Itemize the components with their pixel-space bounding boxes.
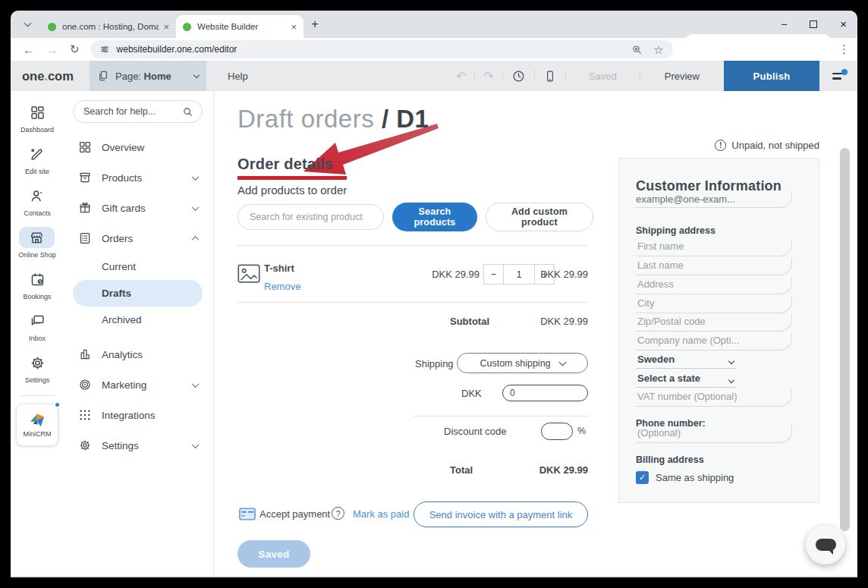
saved-button[interactable]: Saved [237,540,310,568]
credit-card-icon [239,508,256,520]
subtotal-value: DKK 29.99 [237,316,588,327]
remove-product-link[interactable]: Remove [264,281,300,292]
sidebar-item-overview[interactable]: Overview [73,132,203,162]
tab-one-com[interactable]: one.com : Hosting, Domain, Em × [41,15,176,38]
order-status: ! Unpaid, not shipped [618,140,819,151]
search-icon [182,106,193,118]
rail-item-online-shop[interactable]: Online Shop [18,227,56,259]
browser-menu-icon[interactable]: ⋮ [838,42,850,56]
add-custom-product-button[interactable]: Add customproduct [486,203,593,231]
rail-item-dashboard[interactable]: Dashboard [20,102,54,134]
reload-icon[interactable]: ↻ [64,42,86,56]
close-tab-icon[interactable]: × [163,21,169,33]
shop-sidebar: Overview Products Gift cards Orders Curr… [64,91,214,577]
divider [20,395,55,396]
inbox-chat-icon [30,310,46,332]
site-settings-icon [99,44,110,55]
checkbox-checked-icon[interactable]: ✓ [636,471,649,484]
rail-item-contacts[interactable]: Contacts [24,185,51,217]
forward-icon[interactable]: → [40,43,64,56]
customer-email-field[interactable]: example@one-exam... [636,190,792,208]
preview-button[interactable]: Preview [640,61,724,91]
tab-label: one.com : Hosting, Domain, Em [62,22,159,31]
favicon-green [48,23,56,31]
sidebar-item-integrations[interactable]: Integrations [73,400,203,430]
back-icon[interactable]: ← [17,43,40,56]
window-bottom-edge [11,576,857,577]
vat-number-input[interactable] [636,389,792,407]
help-button[interactable]: Help [228,61,248,91]
editor-menu-icon[interactable] [819,61,857,91]
search-products-button[interactable]: Searchproducts [392,203,477,231]
zip-input[interactable] [636,314,792,332]
publish-button[interactable]: Publish [724,61,819,91]
same-as-shipping-row[interactable]: ✓ Same as shipping [636,471,734,484]
quantity-decrease-button[interactable]: − [484,265,504,284]
shipping-method-select[interactable]: Custom shipping [457,353,588,373]
phone-number-input[interactable] [636,426,792,443]
zoom-in-icon[interactable] [631,44,643,55]
favicon-green [183,23,191,31]
history-icon[interactable] [503,61,534,91]
first-name-input[interactable] [636,239,792,256]
help-search[interactable] [73,100,203,123]
send-invoice-button[interactable]: Send invoice with a payment link [414,502,588,527]
sidebar-item-archived[interactable]: Archived [73,307,203,333]
shipping-cost-input[interactable] [502,385,588,401]
chevron-down-icon [193,72,200,78]
browser-window: one.com : Hosting, Domain, Em × Website … [11,11,857,577]
divider [237,245,588,246]
chevron-down-icon [192,380,200,388]
country-select[interactable]: Sweden [636,351,736,369]
rail-item-inbox[interactable]: Inbox [29,310,46,342]
discount-code-input[interactable] [541,423,573,440]
draft-order-page: Draft orders / D1 Order details Add prod… [214,91,857,577]
dashboard-icon [30,102,46,123]
page-selector[interactable]: Page: Home [90,61,206,91]
unit-price: DKK 29.99 [396,269,480,280]
sidebar-item-gift-cards[interactable]: Gift cards [73,193,203,223]
sidebar-item-analytics[interactable]: Analytics [73,339,203,369]
notification-dot [841,69,848,75]
storefront-icon [19,227,55,248]
window-maximize-button[interactable] [810,20,817,28]
minicrm-logo [29,413,46,428]
window-minimize-button[interactable]: – [782,18,787,30]
close-tab-icon[interactable]: × [291,21,297,33]
rail-item-edit-site[interactable]: Edit site [25,143,49,175]
company-name-input[interactable] [636,333,792,351]
tab-website-builder[interactable]: Website Builder × [176,15,303,38]
saved-status: Saved [566,61,640,91]
undo-icon[interactable]: ↶ [448,61,474,91]
sidebar-item-orders[interactable]: Orders [73,223,203,253]
mark-as-paid-link[interactable]: Mark as paid [353,508,409,520]
scrollbar-thumb[interactable] [840,148,850,531]
chevron-down-icon [728,377,734,383]
help-search-input[interactable] [83,106,182,117]
help-tooltip-icon[interactable]: ? [332,507,344,520]
bookmark-star-icon[interactable]: ☆ [653,44,663,55]
chevron-down-icon [24,20,31,27]
mobile-preview-icon[interactable] [535,61,565,91]
address-input[interactable] [636,277,792,294]
sidebar-item-products[interactable]: Products [73,162,203,193]
state-select[interactable]: Select a state [636,370,736,388]
sidebar-item-marketing[interactable]: Marketing [73,369,203,400]
city-input[interactable] [636,296,792,313]
rail-item-settings[interactable]: Settings [25,352,50,384]
rail-item-minicrm[interactable]: MiniCRM [16,404,58,446]
last-name-input[interactable] [636,258,792,275]
billing-address-label: Billing address [636,454,704,465]
window-close-button[interactable]: × [840,17,847,30]
sidebar-item-drafts[interactable]: Drafts [73,280,203,307]
new-tab-button[interactable]: + [311,17,319,32]
tab-search-button[interactable] [18,15,36,33]
address-bar[interactable]: websitebuilder.one.com/editor ☆ [90,40,673,58]
sidebar-item-settings[interactable]: Settings [73,430,203,461]
chat-widget-button[interactable] [806,525,845,564]
redo-icon[interactable]: ↷ [475,61,502,91]
rail-item-bookings[interactable]: Bookings [23,269,51,300]
total-value: DKK 29.99 [237,464,588,476]
sidebar-item-current[interactable]: Current [73,253,203,280]
product-search-input[interactable] [237,204,384,230]
